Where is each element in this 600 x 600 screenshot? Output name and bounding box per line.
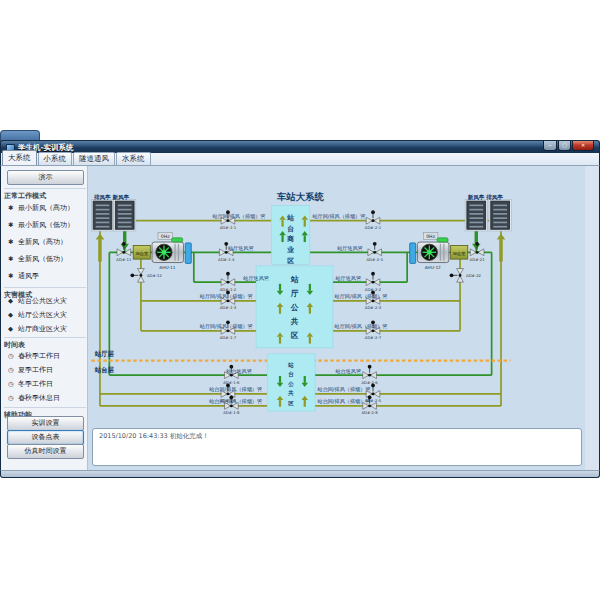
- fan-frequency: 0Hz: [426, 234, 436, 239]
- zone-label: 站: [290, 275, 299, 284]
- flow-arrow-shaft: [309, 307, 311, 314]
- damper-tag: AD#-1-3: [220, 305, 237, 310]
- flow-arrow-shaft: [279, 376, 281, 383]
- level-label: 站厅层: [94, 350, 115, 358]
- zone-label: 共: [287, 390, 294, 397]
- zone-label: 区: [287, 257, 294, 265]
- flow-arrow-shaft: [279, 307, 281, 314]
- sidebar-item[interactable]: ✱最小新风（高功）: [8, 203, 88, 213]
- damper-AD#-2-4[interactable]: [368, 242, 382, 256]
- window-bottom-frame: [0, 470, 600, 478]
- main-mimic-area: 站台商业区站厅公共区站台公共区混合室混合室0HzAHU-110HzAHU-12A…: [88, 166, 600, 470]
- zone-label: 共: [290, 317, 299, 326]
- sidebar-item[interactable]: ✱全新风（低功）: [8, 254, 88, 264]
- fan-icon: ✱: [8, 255, 16, 263]
- sidebar-item[interactable]: ◷冬季工作日: [8, 379, 88, 389]
- sidebar-item[interactable]: ◷春秋季工作日: [8, 351, 88, 361]
- flow-arrow-shaft: [309, 284, 311, 291]
- duct-label: 站厅回/排风（排烟）管: [335, 293, 388, 300]
- damper-AD#-2-1[interactable]: [366, 210, 380, 224]
- zone-label: 区: [288, 400, 294, 406]
- damper-tag: AD#-2-8: [361, 410, 378, 415]
- sidebar-item[interactable]: ◆站台公共区火灾: [8, 296, 88, 306]
- fan-hub: [427, 250, 432, 255]
- aux-button-3[interactable]: 仿真时间设置: [7, 444, 84, 459]
- duct-label: 站台回/排风（排烟）管: [318, 398, 371, 405]
- duct-label: 站厅送风管: [243, 275, 269, 282]
- fire-icon: ◆: [8, 297, 16, 305]
- damper-tag: AD#-2-6: [361, 380, 378, 385]
- damper-AD#-12[interactable]: [130, 269, 144, 283]
- flow-arrow-shaft: [309, 337, 311, 344]
- damper-AD#-1-2[interactable]: [221, 272, 235, 286]
- damper-tag: AD#-1-4: [218, 257, 235, 262]
- section-header: 时间表: [4, 337, 86, 350]
- clock-icon: ◷: [8, 352, 16, 360]
- mixing-room-label: 混合室: [135, 251, 149, 256]
- aux-button-2[interactable]: 设备点表: [7, 430, 84, 445]
- sidebar-item[interactable]: ◷夏季工作日: [8, 365, 88, 375]
- sidebar-item[interactable]: ✱最小新风（低功）: [8, 220, 88, 230]
- zone-label: 站: [287, 362, 294, 369]
- shaft-label: 排风亭 新风亭: [93, 194, 130, 201]
- zone-label: 公: [287, 381, 294, 387]
- zone-label: 台: [288, 371, 294, 378]
- minimize-button[interactable]: ─: [543, 141, 557, 151]
- demo-button[interactable]: 演示: [7, 170, 84, 185]
- flow-arrow-shaft: [304, 376, 306, 383]
- sidebar-item[interactable]: ✱通风季: [8, 271, 88, 281]
- duct-label: 站厅回/排风（排烟）管: [213, 213, 266, 220]
- flow-arrow-shaft: [98, 239, 101, 261]
- sidebar-item-label: 冬季工作日: [18, 380, 53, 388]
- sidebar-item-label: 春秋季工作日: [18, 352, 60, 360]
- control-sidebar: 演示正常工作模式✱最小新风（高功）✱最小新风（低功）✱全新风（高功）✱全新风（低…: [0, 166, 88, 470]
- sidebar-item-label: 最小新风（高功）: [18, 204, 74, 212]
- tab-3[interactable]: 隧道通风: [73, 152, 115, 165]
- sidebar-item[interactable]: ◆站厅公共区火灾: [8, 310, 88, 320]
- tab-4[interactable]: 水系统: [116, 152, 151, 165]
- damper-tag: AD#-2-4: [367, 257, 384, 262]
- flow-arrow-shaft: [279, 284, 281, 291]
- aux-button-1[interactable]: 实训设置: [7, 416, 84, 431]
- damper-tag: AD#-2-3: [365, 305, 382, 310]
- duct-label: 站台送风管: [335, 368, 361, 375]
- zone-label: 业: [286, 246, 294, 254]
- flow-arrow-shaft: [281, 220, 283, 227]
- damper-tag: AD#-22: [466, 273, 482, 278]
- damper-AD#-2-6[interactable]: [363, 365, 377, 379]
- flow-arrow-head: [96, 234, 105, 240]
- fan-frequency: 0Hz: [161, 234, 171, 239]
- mixing-room-label: 混合室: [453, 251, 467, 256]
- close-button[interactable]: ✕: [572, 141, 594, 151]
- maximize-button[interactable]: ▢: [558, 141, 571, 151]
- damper-AD#-22[interactable]: [450, 269, 464, 283]
- flow-arrow-shaft: [123, 229, 126, 244]
- sidebar-item-label: 全新风（低功）: [18, 255, 67, 263]
- duct-label: 站台回/排风（排烟）管: [209, 386, 262, 393]
- tab-1[interactable]: 大系统: [2, 150, 37, 165]
- duct-label: 站厅送风管: [228, 245, 254, 252]
- damper-tag: AD#-1-8: [223, 410, 240, 415]
- damper-tag: AD#-2-1: [365, 225, 382, 230]
- sidebar-item-label: 夏季工作日: [18, 366, 53, 374]
- flow-arrow-shaft: [281, 235, 283, 242]
- zone-label: 站: [286, 214, 294, 222]
- fan-tag-label: AHU-12: [425, 265, 441, 270]
- sidebar-item[interactable]: ◷春秋季休息日: [8, 393, 88, 403]
- damper-tag: AD#-21: [470, 257, 486, 262]
- damper-tag: AD#-1-7: [220, 335, 237, 340]
- duct-label: 站台回/排风（排烟）管: [209, 398, 262, 405]
- tab-2[interactable]: 小系统: [38, 152, 73, 165]
- duct-label: 站厅送风管: [337, 245, 363, 252]
- flow-arrow-shaft: [279, 400, 281, 407]
- flow-arrow-shaft: [304, 400, 306, 407]
- zone-label: 公: [290, 303, 299, 312]
- sidebar-item-label: 全新风（高功）: [18, 238, 67, 246]
- sidebar-item[interactable]: ◆站厅商业区火灾: [8, 324, 88, 334]
- flow-arrow-shaft: [279, 337, 281, 344]
- damper-AD#-2-2[interactable]: [366, 272, 380, 286]
- sidebar-item[interactable]: ✱全新风（高功）: [8, 237, 88, 247]
- ventilation-diagram: 站台商业区站厅公共区站台公共区混合室混合室0HzAHU-110HzAHU-12A…: [88, 166, 600, 470]
- fire-icon: ◆: [8, 311, 16, 319]
- fan-icon: ✱: [8, 238, 16, 246]
